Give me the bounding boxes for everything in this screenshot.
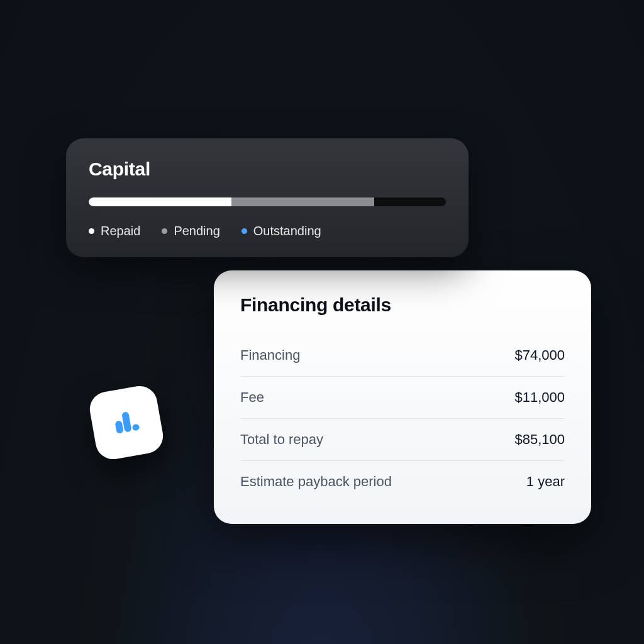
progress-segment-pending	[231, 197, 374, 206]
legend-label: Repaid	[101, 224, 140, 238]
detail-label: Total to repay	[240, 431, 323, 448]
detail-value: $74,000	[514, 347, 565, 364]
progress-segment-repaid	[89, 197, 231, 206]
capital-legend: Repaid Pending Outstanding	[89, 224, 446, 238]
svg-rect-2	[132, 424, 140, 431]
legend-label: Outstanding	[253, 224, 321, 238]
financing-details-card: Financing details Financing $74,000 Fee …	[214, 270, 591, 524]
financing-details-title: Financing details	[240, 294, 565, 316]
legend-label: Pending	[174, 224, 219, 238]
bar-chart-icon	[108, 404, 145, 441]
capital-progress-bar	[89, 197, 446, 206]
dot-icon	[242, 228, 247, 234]
detail-value: $85,100	[514, 431, 565, 448]
detail-row-financing: Financing $74,000	[240, 335, 565, 377]
detail-value: $11,000	[514, 389, 565, 406]
detail-label: Fee	[240, 389, 264, 406]
detail-row-total: Total to repay $85,100	[240, 419, 565, 461]
capital-title: Capital	[89, 158, 446, 180]
legend-item-pending: Pending	[162, 224, 219, 238]
app-icon-chip	[87, 383, 165, 462]
detail-row-payback: Estimate payback period 1 year	[240, 461, 565, 502]
legend-item-repaid: Repaid	[89, 224, 140, 238]
detail-value: 1 year	[526, 474, 565, 490]
svg-rect-0	[114, 420, 123, 434]
detail-row-fee: Fee $11,000	[240, 377, 565, 419]
dot-icon	[162, 228, 167, 234]
detail-label: Financing	[240, 347, 300, 364]
detail-label: Estimate payback period	[240, 474, 392, 490]
legend-item-outstanding: Outstanding	[242, 224, 321, 238]
dot-icon	[89, 228, 94, 234]
capital-card: Capital Repaid Pending Outstanding	[66, 138, 469, 257]
